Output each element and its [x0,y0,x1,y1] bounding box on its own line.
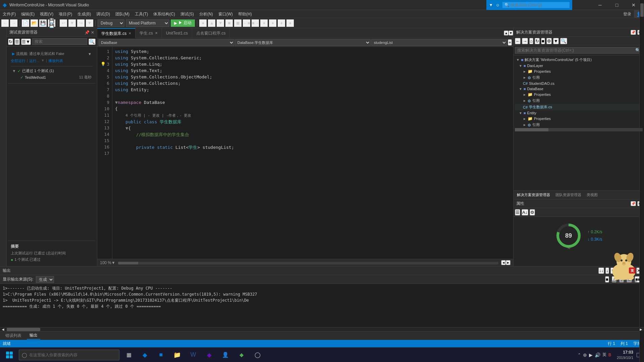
entity-project[interactable]: ▼ ■ Entity [515,110,643,116]
scroll-left-button[interactable]: ◄ [501,260,506,265]
blog-tray-icon[interactable]: B [608,353,611,357]
props-settings-button[interactable]: ⚙ [530,209,535,216]
entity-properties[interactable]: ► 📁 Properties [515,116,643,122]
menu-team[interactable]: 团队(M) [113,10,132,18]
tree-hscroll-thumb[interactable] [515,128,548,131]
toolbar-btn10[interactable]: ♦ [286,19,294,27]
sol-search[interactable]: 🔍 [560,38,567,44]
system-clock[interactable]: 17:03 2019/10/1 [613,350,633,360]
scroll-right-button[interactable]: ► [506,260,511,265]
tab-scroll-right[interactable]: ▼ [508,31,513,36]
menu-arch[interactable]: 体系结构(C) [151,10,178,18]
new-project-button[interactable]: 📄 [22,19,29,27]
sol-home[interactable]: ⌂ [529,38,533,44]
h-scroll-thumb[interactable] [118,262,138,264]
menu-edit[interactable]: 编辑(E) [18,10,37,18]
chrome-taskbar-button[interactable]: ◯ [251,348,264,362]
side-tab-test[interactable]: 测试资源管理器 [0,28,7,34]
vs2-taskbar-button[interactable]: ◆ [203,348,216,362]
toolbar-btn1[interactable]: ▲ [208,19,215,27]
tab-scroll-left[interactable]: ▲ [504,31,508,36]
forward-button[interactable]: → [10,19,17,27]
menu-project[interactable]: 项目(P) [56,10,75,18]
sol-tab-class[interactable]: 类视图 [585,192,600,198]
stream-item[interactable]: ▶ 流视频: 通过单元测试和 Fake ▼ [11,51,93,57]
student-db-file[interactable]: C# 学生数据库.cs [515,104,643,110]
redo-dropdown[interactable]: ▼ [86,19,93,27]
database-project[interactable]: ▼ ■ DataBase [515,86,643,92]
toolbar-btn4[interactable]: ◼ [234,19,241,27]
toolbar-btn2[interactable]: ▼ [217,19,224,27]
btab-error-list[interactable]: 错误列表 [3,332,24,339]
start-button[interactable]: ▶ ▶ 启动 [171,19,195,27]
undo-button[interactable]: ↩ [60,19,67,27]
taskbar-search-input[interactable] [29,353,116,357]
maximize-button[interactable]: □ [609,0,625,10]
menu-file[interactable]: 文件(F) [0,10,18,18]
expand-editor-button[interactable]: + [508,39,512,46]
test-search-input[interactable] [32,38,87,45]
close-panel-icon[interactable]: ✕ [91,30,94,35]
class-select[interactable]: DataBase.学生数据库 [235,39,371,46]
refresh-tests-button[interactable]: ↻ [8,39,13,45]
hscroll-right-btn[interactable]: ► [638,327,644,331]
props-pin-button[interactable]: 📌 [631,201,636,206]
lightbulb-icon[interactable]: 💡 [101,62,106,66]
open-button[interactable]: 📂 [31,19,38,27]
close-tab-student-db[interactable]: ✕ [128,28,131,39]
database-properties[interactable]: ► 📁 Properties [515,92,643,98]
tab-unittest[interactable]: UnitTest1.cs [162,28,192,38]
solution-search-input[interactable] [515,47,633,53]
ime-tray-icon[interactable]: 英 [602,352,606,358]
sol-settings[interactable]: ⚙ [546,38,552,44]
toolbar-btn6[interactable]: ■→ [252,19,259,27]
menu-build[interactable]: 生成(B) [75,10,94,18]
sol-stop[interactable]: ■ [541,38,545,44]
menu-help[interactable]: 帮助(H) [235,10,255,18]
run-all-button[interactable]: 全部运行 [11,58,25,63]
props-cat-button[interactable]: ☰ [515,209,520,216]
solution-root[interactable]: ▼ ■ 解决方案 'WinformControlUse' (5 个项目) [515,57,643,63]
output-source-select[interactable]: 生成 调试 [36,276,54,283]
minimize-button[interactable]: ─ [592,0,608,10]
btab-output[interactable]: 输出 [27,332,40,340]
debug-config-select[interactable]: Debug Release [98,19,124,27]
daolayer-properties[interactable]: ► 📁 Properties [515,68,643,74]
back-button[interactable]: ← [1,19,9,27]
tab-student-db[interactable]: 学生数据库.cs ✕ [97,28,136,38]
save-all-button[interactable]: 💾💾 [48,19,55,27]
zoom-dropdown[interactable]: ▼ [111,260,115,265]
toolbar-btn9[interactable]: ♦ [278,19,285,27]
start-menu-button[interactable] [3,348,16,362]
redo-button[interactable]: ↪ [77,19,85,27]
vs-taskbar-button[interactable]: ◆ [138,348,152,362]
taskbar-search[interactable]: ◯ [19,350,119,360]
tray-up-icon[interactable]: ⌃ [578,353,581,357]
sol-pin-button[interactable]: 📌 [631,30,636,35]
database-references[interactable]: ► ⊚ 引用 [515,98,643,104]
menu-tools[interactable]: 工具(T) [132,10,151,18]
run-button[interactable]: 运行... [29,58,40,63]
namespace-select[interactable]: DataBase [99,39,234,46]
sol-forward[interactable]: → [522,38,528,44]
sol-tab-team[interactable]: 团队资源管理器 [553,192,583,198]
menu-login[interactable]: 登录 [621,10,634,18]
student-dao-file[interactable]: C# StudentDAO.cs [515,81,643,86]
edge-taskbar-button[interactable]: ■ [154,348,168,362]
platform-select[interactable]: Mixed Platform x86 x64 Any CPU [126,19,169,27]
hscroll-left-btn[interactable]: ◄ [0,327,6,331]
menu-test[interactable]: 测试(S) [178,10,197,18]
test-method-item[interactable]: ✓ TestMethod1 11 毫秒 [11,74,93,80]
sort-tests-button[interactable]: ☰▼ [21,39,31,45]
tab-student[interactable]: 学生.cs ✕ [136,28,162,38]
menu-window[interactable]: 窗口(W) [216,10,235,18]
playlist-button[interactable]: 播放列表 [48,58,63,63]
group-tests-button[interactable]: ☰ [14,39,20,45]
undo-dropdown[interactable]: ▼ [68,19,76,27]
daolayer-references[interactable]: ► ⊚ 引用 [515,74,643,81]
close-tab-student[interactable]: ✕ [155,28,158,38]
network-tray-icon[interactable]: ⊛ [583,352,587,358]
sol-more[interactable]: ▼ [553,38,559,44]
speaker-tray-icon[interactable]: ▶ [589,352,593,358]
word-taskbar-button[interactable]: W [186,348,200,362]
